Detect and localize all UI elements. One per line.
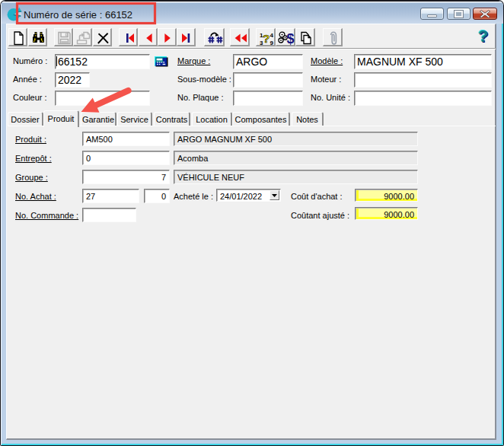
svg-text:9: 9	[270, 40, 274, 46]
svg-text:?: ?	[263, 32, 270, 45]
svg-text:4: 4	[270, 32, 274, 39]
svg-text:$: $	[287, 31, 295, 46]
